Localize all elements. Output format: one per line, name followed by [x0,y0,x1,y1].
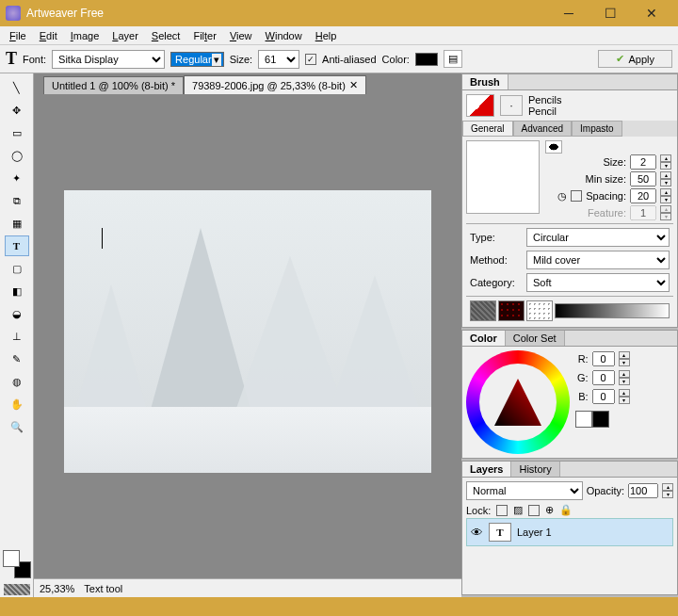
min-size-input[interactable] [630,171,656,186]
texture-1[interactable] [470,300,496,321]
brush-size-input[interactable] [630,154,656,170]
menu-image[interactable]: Image [65,28,105,43]
r-spinner[interactable]: ▴▾ [619,351,630,366]
opacity-label: Opacity: [587,485,624,496]
opacity-input[interactable] [628,483,658,498]
brush-impasto-tab[interactable]: Impasto [572,121,622,137]
minimize-button[interactable]: ─ [548,0,589,26]
text-cursor [102,228,103,249]
layer-row[interactable]: 👁 T Layer 1 [466,518,673,546]
brush-variant-icon[interactable] [466,94,494,117]
window-title: Artweaver Free [26,7,548,20]
blend-mode-select[interactable]: Normal [466,481,583,500]
visibility-icon[interactable]: 👁 [471,526,483,540]
stamp-tool[interactable]: ⊥ [5,326,29,347]
layers-tab[interactable]: Layers [462,462,511,477]
anti-aliased-checkbox[interactable]: ✓ [305,54,316,65]
texture-2[interactable] [498,300,525,321]
opacity-spinner[interactable]: ▴▾ [662,483,673,498]
texture-3[interactable] [526,300,553,321]
menu-help[interactable]: Help [310,28,343,43]
text-toolbar: T Font: Sitka Display Regular Size: 61 ✓… [0,45,678,73]
menu-window[interactable]: Window [260,28,308,43]
perspective-tool[interactable]: ▦ [5,213,29,234]
doc-tab-2[interactable]: 79389-2006.jpg @ 25,33% (8-bit)✕ [184,75,366,94]
font-size-select[interactable]: 61 [258,50,299,69]
r-input[interactable] [592,351,615,366]
color-swatches[interactable] [3,550,31,578]
size-label: Size: [230,54,252,65]
gradient-tool[interactable]: ◧ [5,281,29,301]
page-icon[interactable]: ▤ [444,50,462,68]
clock-icon: ◷ [557,190,567,203]
menu-select[interactable]: Select [146,28,186,43]
font-select[interactable]: Sitka Display [52,50,165,69]
crop-tool[interactable]: ⧉ [5,190,29,211]
brush-type-select[interactable]: Circular [526,228,670,247]
zoom-status: 25,33% [40,583,74,594]
move-tool[interactable]: ✥ [5,100,29,121]
eyedropper-tool[interactable]: ✎ [5,349,29,369]
panel-swatches[interactable] [575,411,632,428]
lock-icon[interactable]: 🔒 [559,504,573,516]
brush-category-select[interactable]: Soft [526,273,670,292]
menu-layer[interactable]: Layer [106,28,144,43]
brush-panel: Brush · PencilsPencil General Advanced I… [461,73,678,328]
canvas-area[interactable] [34,94,461,578]
font-style-select[interactable]: Regular [170,52,224,67]
maximize-button[interactable]: ☐ [589,0,631,26]
spacing-check[interactable] [571,190,582,202]
g-input[interactable] [592,370,615,385]
brush-tip-icon[interactable]: · [500,95,523,116]
canvas[interactable] [64,190,431,473]
brush-tab[interactable]: Brush [462,74,508,89]
close-button[interactable]: ✕ [631,0,672,26]
brush-method-select[interactable]: Mild cover [526,251,670,269]
wand-tool[interactable]: ✦ [5,168,29,188]
lasso-tool[interactable]: ◯ [5,145,29,166]
tool-status: Text tool [84,583,122,594]
spacing-input[interactable] [630,188,656,203]
font-label: Font: [23,54,46,65]
close-tab-icon[interactable]: ✕ [349,79,358,91]
doc-tab-1[interactable]: Untitled 1 @ 100% (8-bit) * [43,76,184,94]
menu-edit[interactable]: Edit [34,28,63,43]
zoom-tool[interactable]: 🔍 [5,416,29,437]
anti-aliased-label: Anti-aliased [322,54,376,65]
hand-tool[interactable]: ✋ [5,394,29,414]
pattern-swatch[interactable] [4,584,30,595]
brush-advanced-tab[interactable]: Advanced [513,121,572,137]
color-triangle[interactable] [494,379,541,426]
layer-thumbnail[interactable]: T [489,523,511,542]
gradient-preview[interactable] [555,303,670,318]
minsize-spinner[interactable]: ▴▾ [660,171,671,186]
lock-move[interactable] [528,505,540,516]
eraser-tool[interactable]: ◒ [5,303,29,324]
shape-tool[interactable]: ▢ [5,258,29,279]
brush-general-tab[interactable]: General [462,121,513,137]
b-spinner[interactable]: ▴▾ [619,389,630,404]
colorset-tab[interactable]: Color Set [506,331,565,346]
menu-file[interactable]: File [4,28,32,43]
history-tab[interactable]: History [511,462,559,477]
selection-tool[interactable]: ▭ [5,122,29,143]
text-color-swatch[interactable] [415,53,438,66]
size-spinner[interactable]: ▴▾ [660,154,671,170]
lock-all[interactable] [496,505,508,516]
menu-view[interactable]: View [224,28,258,43]
text-tool[interactable]: T [5,235,29,256]
fill-tool[interactable]: ◍ [5,371,29,392]
lock-pixels-icon[interactable]: ▨ [513,504,523,516]
apply-button[interactable]: ✔Apply [598,50,672,68]
spacing-spinner[interactable]: ▴▾ [660,188,671,203]
main-area: ╲ ✥ ▭ ◯ ✦ ⧉ ▦ T ▢ ◧ ◒ ⊥ ✎ ◍ ✋ 🔍 Untitled… [0,73,678,597]
layer-name[interactable]: Layer 1 [517,527,552,538]
g-spinner[interactable]: ▴▾ [619,370,630,385]
b-input[interactable] [592,389,615,404]
brush-tool[interactable]: ╲ [5,77,29,98]
lock-position-icon[interactable]: ⊕ [545,504,554,516]
tip-shape-icon[interactable] [545,140,562,154]
color-wheel[interactable] [466,350,570,454]
color-tab[interactable]: Color [462,331,506,346]
menu-filter[interactable]: Filter [187,28,221,43]
